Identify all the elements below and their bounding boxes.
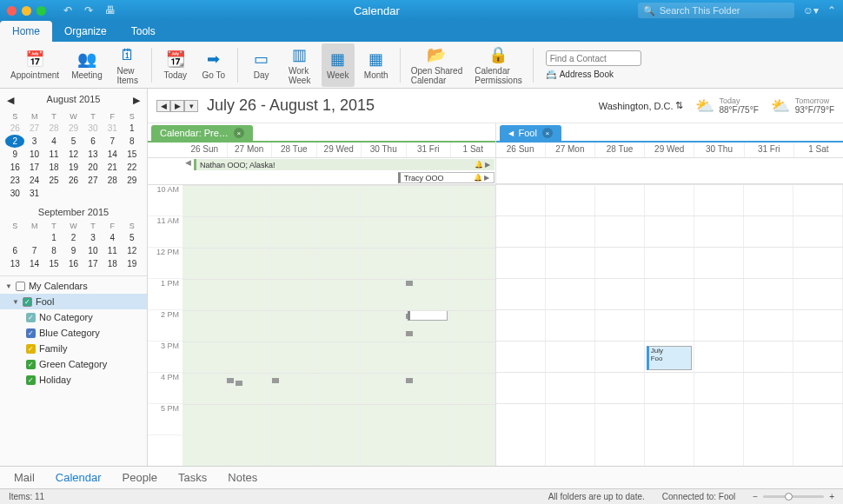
day-header[interactable]: 26 Sun bbox=[183, 143, 228, 157]
day-column[interactable] bbox=[227, 185, 271, 466]
zoom-control[interactable]: − + bbox=[753, 492, 834, 501]
category-item[interactable]: ✓Holiday bbox=[0, 372, 147, 388]
mini-day[interactable]: 6 bbox=[83, 135, 103, 148]
prev-month-icon[interactable]: ◀ bbox=[7, 95, 14, 106]
nav-next-icon[interactable]: ▶ bbox=[170, 100, 184, 112]
category-item[interactable]: ✓No Category bbox=[0, 309, 147, 325]
appointment-button[interactable]: 📅Appointment bbox=[7, 43, 63, 87]
allday-event[interactable]: Nathan OOO; Alaska!🔔 ▶ bbox=[194, 159, 495, 170]
checkbox-icon[interactable] bbox=[16, 282, 25, 291]
tab-organize[interactable]: Organize bbox=[52, 21, 119, 42]
mini-day[interactable]: 31 bbox=[24, 187, 43, 200]
open-shared-button[interactable]: 📂Open Shared Calendar bbox=[408, 43, 467, 87]
mini-day[interactable]: 19 bbox=[63, 161, 83, 174]
nav-tasks[interactable]: Tasks bbox=[178, 471, 207, 484]
checkbox-icon[interactable]: ✓ bbox=[26, 360, 36, 369]
today-button[interactable]: 📆Today bbox=[159, 48, 192, 82]
mini-day[interactable]: 31 bbox=[103, 122, 122, 135]
mini-day[interactable]: 18 bbox=[44, 161, 63, 174]
mini-day[interactable]: 7 bbox=[24, 244, 43, 257]
day-header[interactable]: 28 Tue bbox=[272, 143, 317, 157]
mini-day[interactable]: 5 bbox=[123, 231, 142, 244]
checkbox-icon[interactable]: ✓ bbox=[26, 313, 36, 322]
mini-day[interactable]: 28 bbox=[44, 122, 63, 135]
day-column[interactable] bbox=[793, 184, 843, 466]
mini-day[interactable]: 17 bbox=[83, 257, 103, 270]
mini-day[interactable]: 14 bbox=[24, 257, 43, 270]
allday-event[interactable]: Tracy OOO🔔 ▶ bbox=[398, 172, 495, 183]
mini-day[interactable]: 7 bbox=[103, 135, 122, 148]
nav-dropdown-icon[interactable]: ▾ bbox=[184, 100, 198, 112]
mini-day[interactable]: 21 bbox=[103, 161, 122, 174]
day-column[interactable] bbox=[496, 184, 546, 466]
print-icon[interactable]: 🖶 bbox=[105, 4, 116, 17]
zoom-window[interactable] bbox=[37, 6, 46, 16]
category-item[interactable]: ✓Family bbox=[0, 341, 147, 356]
mini-day[interactable]: 16 bbox=[63, 257, 83, 270]
tab-tools[interactable]: Tools bbox=[119, 21, 168, 42]
day-header[interactable]: 1 Sat bbox=[451, 143, 495, 157]
meeting-button[interactable]: 👥Meeting bbox=[68, 43, 106, 87]
day-column[interactable] bbox=[183, 185, 227, 466]
mini-day[interactable]: 4 bbox=[103, 231, 122, 244]
mini-day[interactable]: 27 bbox=[24, 122, 43, 135]
pane-tab-right[interactable]: ◀ Fool × bbox=[500, 125, 561, 141]
day-header[interactable]: 26 Sun bbox=[496, 143, 546, 157]
nav-people[interactable]: People bbox=[123, 471, 157, 484]
mini-day[interactable]: 1 bbox=[44, 231, 63, 244]
mini-day[interactable]: 11 bbox=[44, 148, 63, 161]
mini-day[interactable]: 11 bbox=[103, 244, 122, 257]
mini-day[interactable]: 4 bbox=[44, 135, 63, 148]
day-header[interactable]: 29 Wed bbox=[645, 143, 694, 157]
mini-day[interactable]: 9 bbox=[63, 244, 83, 257]
day-column[interactable] bbox=[361, 185, 405, 466]
redo-icon[interactable]: ↷ bbox=[84, 4, 93, 17]
smiley-icon[interactable]: ☺▾ bbox=[803, 4, 819, 17]
search-folder[interactable]: 🔍 Search This Folder bbox=[638, 3, 794, 18]
mini-day[interactable]: 27 bbox=[83, 174, 103, 187]
mini-day[interactable]: 23 bbox=[5, 174, 24, 187]
weather-location[interactable]: Washington, D.C.⇅ bbox=[599, 100, 683, 111]
find-contact-input[interactable] bbox=[546, 50, 641, 66]
address-book-button[interactable]: 📇Address Book bbox=[546, 70, 641, 79]
day-header[interactable]: 31 Fri bbox=[745, 143, 794, 157]
checkbox-icon[interactable]: ✓ bbox=[26, 328, 36, 338]
category-item[interactable]: ✓Blue Category bbox=[0, 325, 147, 341]
calendar-event[interactable]: July Foo bbox=[647, 346, 692, 370]
nav-calendar[interactable]: Calendar bbox=[56, 471, 102, 484]
mini-day[interactable]: 13 bbox=[83, 148, 103, 161]
mini-day[interactable]: 12 bbox=[63, 148, 83, 161]
day-header[interactable]: 29 Wed bbox=[317, 143, 362, 157]
day-header[interactable]: 30 Thu bbox=[362, 143, 407, 157]
mini-day[interactable]: 14 bbox=[103, 148, 122, 161]
day-columns[interactable] bbox=[183, 185, 495, 466]
day-columns[interactable]: July Foo bbox=[496, 184, 844, 466]
my-calendars-group[interactable]: ▼ My Calendars bbox=[0, 278, 147, 294]
mini-day[interactable]: 15 bbox=[44, 257, 63, 270]
day-header[interactable]: 31 Fri bbox=[407, 143, 452, 157]
mini-day[interactable]: 30 bbox=[83, 122, 103, 135]
close-window[interactable] bbox=[7, 6, 17, 16]
mini-day[interactable]: 30 bbox=[5, 187, 24, 200]
day-column[interactable] bbox=[272, 185, 316, 466]
arrow-left-icon[interactable]: ◀ bbox=[183, 158, 193, 171]
day-view-button[interactable]: ▭Day bbox=[245, 43, 278, 87]
mini-day[interactable]: 2 bbox=[63, 231, 83, 244]
nav-prev-icon[interactable]: ◀ bbox=[156, 100, 170, 112]
mini-day[interactable]: 10 bbox=[83, 244, 103, 257]
mini-day[interactable]: 18 bbox=[103, 257, 122, 270]
collapse-ribbon-icon[interactable]: ⌃ bbox=[827, 4, 836, 17]
day-column[interactable] bbox=[744, 184, 793, 466]
mini-day[interactable]: 3 bbox=[24, 135, 43, 148]
minimize-window[interactable] bbox=[22, 6, 31, 16]
day-column[interactable] bbox=[450, 185, 495, 466]
mini-day[interactable]: 16 bbox=[5, 161, 24, 174]
nav-mail[interactable]: Mail bbox=[14, 471, 35, 484]
mini-day[interactable]: 22 bbox=[123, 161, 142, 174]
zoom-slider[interactable] bbox=[763, 495, 824, 498]
day-column[interactable] bbox=[546, 184, 595, 466]
day-column[interactable] bbox=[406, 185, 450, 466]
mini-day[interactable]: 6 bbox=[5, 244, 24, 257]
mini-day[interactable]: 12 bbox=[123, 244, 142, 257]
mini-day[interactable]: 10 bbox=[24, 148, 43, 161]
